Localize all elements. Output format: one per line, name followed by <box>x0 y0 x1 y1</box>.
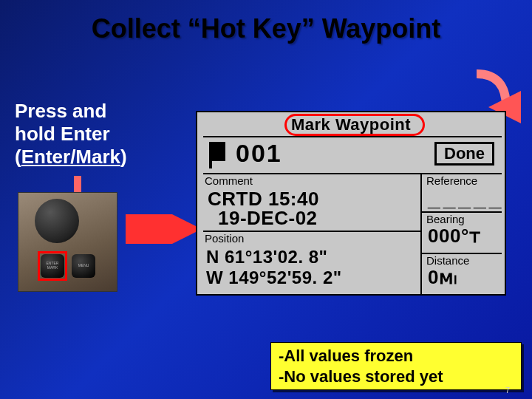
note-box: -All values frozen -No values stored yet <box>270 342 522 390</box>
divider <box>203 136 502 137</box>
paren-close: ) <box>120 146 127 168</box>
instr-line1: Press and <box>15 100 106 122</box>
reference-value: _____ <box>428 186 504 211</box>
instr-line2: hold Enter <box>15 123 110 145</box>
gps-screen: Mark Waypoint 001 Done Comment CRTD 15:4… <box>196 111 506 296</box>
bearing-value: 000°ᴛ <box>428 225 480 248</box>
latitude-value: N 61°13'02. 8" <box>206 247 327 267</box>
arrow-right-icon <box>126 214 196 244</box>
page-number: 7 <box>505 386 510 395</box>
instruction-text: Press and hold Enter (Enter/Mark) <box>15 100 185 169</box>
distance-label: Distance <box>426 254 469 267</box>
note-line1: -All values frozen <box>279 346 514 366</box>
comment-line2: 19-DEC-02 <box>218 207 318 230</box>
position-label: Position <box>205 232 244 245</box>
divider <box>420 173 422 296</box>
gps-menu-button: MENU <box>72 254 95 278</box>
paren-open: ( <box>15 146 21 168</box>
bearing-label: Bearing <box>426 213 465 225</box>
gps-round-button <box>35 199 79 243</box>
reference-label: Reference <box>426 174 477 187</box>
waypoint-id: 001 <box>236 139 282 168</box>
done-button[interactable]: Done <box>434 142 494 166</box>
distance-value: 0ᴍᵢ <box>428 266 458 289</box>
gps-device-photo: ENTER MARK MENU <box>18 192 117 292</box>
title-highlight-oval <box>284 114 425 136</box>
note-line2: -No values stored yet <box>279 366 514 387</box>
enter-mark-label: Enter/Mark <box>21 146 120 168</box>
longitude-value: W 149°52'59. 2" <box>206 267 342 288</box>
slide-title: Collect “Hot Key” Waypoint <box>0 13 532 44</box>
enter-highlight-box <box>38 251 67 281</box>
comment-label: Comment <box>205 174 253 187</box>
waypoint-flag-icon <box>209 142 225 161</box>
